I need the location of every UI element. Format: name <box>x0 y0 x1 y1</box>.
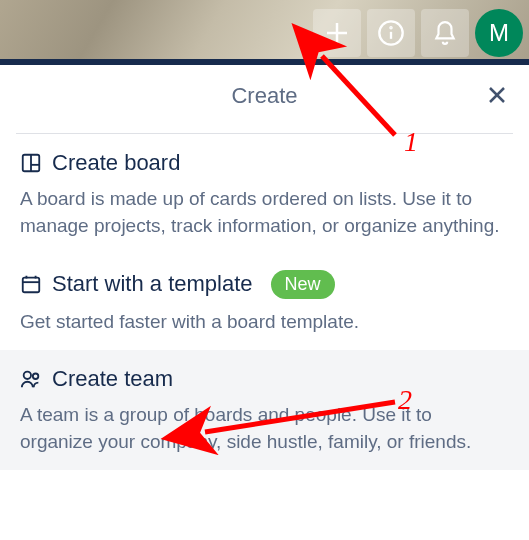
create-board-desc: A board is made up of cards ordered on l… <box>20 186 509 240</box>
create-board-option[interactable]: Create board A board is made up of cards… <box>0 134 529 254</box>
start-template-title: Start with a template <box>52 271 253 297</box>
avatar[interactable]: M <box>475 9 523 57</box>
board-icon <box>20 152 42 174</box>
info-button[interactable] <box>367 9 415 57</box>
avatar-initial: M <box>489 19 509 47</box>
panel-header: Create <box>0 65 529 121</box>
close-button[interactable] <box>485 83 509 111</box>
plus-icon <box>322 18 352 48</box>
template-icon <box>20 273 42 295</box>
create-plus-button[interactable] <box>313 9 361 57</box>
create-panel: Create Create board A board is made up o… <box>0 65 529 470</box>
create-team-option[interactable]: Create team A team is a group of boards … <box>0 350 529 470</box>
notifications-button[interactable] <box>421 9 469 57</box>
svg-point-15 <box>33 373 39 379</box>
panel-title: Create <box>231 83 297 108</box>
start-template-desc: Get started faster with a board template… <box>20 309 509 336</box>
start-template-option[interactable]: Start with a template New Get started fa… <box>0 254 529 350</box>
close-icon <box>485 83 509 107</box>
app-topbar: M <box>0 0 529 65</box>
svg-rect-10 <box>23 278 40 293</box>
svg-point-14 <box>24 372 31 379</box>
bell-icon <box>432 20 458 46</box>
team-icon <box>20 368 42 390</box>
info-icon <box>377 19 405 47</box>
create-team-title: Create team <box>52 366 173 392</box>
create-team-desc: A team is a group of boards and people. … <box>20 402 509 456</box>
svg-point-4 <box>390 27 391 28</box>
create-board-title: Create board <box>52 150 180 176</box>
new-badge: New <box>271 270 335 299</box>
